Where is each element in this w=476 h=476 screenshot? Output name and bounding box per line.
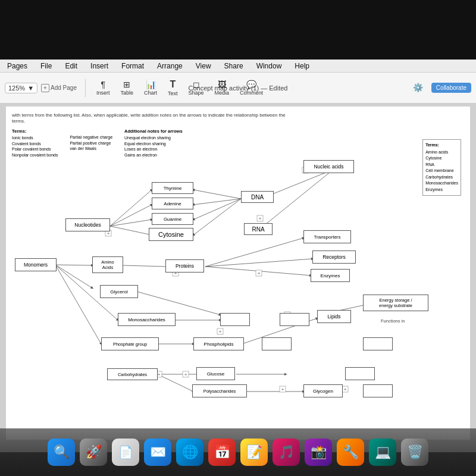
zoom-control[interactable]: 125% ▼ (5, 83, 37, 93)
terms-item: Partial positive charge (70, 140, 112, 146)
node-empty-1[interactable] (363, 384, 393, 397)
svg-line-17 (205, 259, 312, 267)
terms-item: Polar covalent bonds (12, 146, 58, 152)
svg-line-14 (55, 265, 101, 344)
svg-text:+: + (344, 387, 347, 392)
menu-share[interactable]: Share (222, 61, 246, 71)
node-guanine[interactable]: Guanine (152, 213, 193, 225)
node-carbohydrates[interactable]: Carbohydrates (107, 368, 158, 380)
paragraph-icon: ¶ (101, 80, 105, 89)
node-energy-storage[interactable]: Energy storage /energy substrate (363, 295, 428, 311)
node-empty-6[interactable] (280, 313, 309, 326)
label-functions-in: Functions in (381, 318, 405, 324)
dock-finder[interactable]: 🔍 (48, 439, 75, 466)
node-glucose[interactable]: Glucose (196, 367, 235, 380)
node-empty-2[interactable] (363, 337, 393, 350)
dock-launchpad[interactable]: 🚀 (80, 439, 107, 466)
menu-insert[interactable]: Insert (88, 61, 111, 71)
document-area: with terms from the following list. Also… (0, 104, 476, 452)
add-page-button[interactable]: + Add Page (41, 84, 77, 92)
node-phosphate-group[interactable]: Phosphate group (101, 337, 159, 350)
node-monomers[interactable]: Monomers (15, 258, 57, 271)
svg-text:+: + (158, 372, 161, 377)
node-glycerol[interactable]: Glycerol (100, 285, 138, 298)
menu-arrange[interactable]: Arrange (155, 61, 185, 71)
menubar: Pages File Edit Insert Format Arrange Vi… (0, 60, 476, 73)
node-empty-5[interactable] (220, 313, 250, 326)
menu-pages[interactable]: Pages (5, 61, 30, 71)
terms-item: Equal electron sharing (124, 141, 183, 147)
node-amino-acids[interactable]: AminoAcids (92, 256, 123, 273)
node-transporters[interactable]: Transporters (303, 230, 351, 243)
divider (85, 79, 86, 97)
chart-label: Chart (144, 90, 157, 96)
terms-item: Partial negative charge (70, 134, 112, 140)
svg-line-7 (110, 190, 152, 226)
terms-item: Ionic bonds (12, 135, 58, 141)
dock-app2[interactable]: 🔧 (337, 439, 364, 466)
svg-text:+: + (258, 271, 261, 276)
dock-safari[interactable]: 🌐 (176, 439, 203, 466)
svg-text:+: + (219, 329, 222, 334)
svg-rect-44 (280, 386, 286, 392)
menu-help[interactable]: Help (292, 61, 312, 71)
dock-trash[interactable]: 🗑️ (401, 439, 428, 466)
document-title: Concept map activity (1) — Edited (189, 84, 288, 92)
toolbar-table[interactable]: ⊞ Table (118, 79, 136, 97)
node-polysaccharides[interactable]: Polysaccharides (192, 384, 247, 397)
toolbar-chart[interactable]: 📊 Chart (142, 79, 159, 97)
dock-pages[interactable]: 📄 (112, 439, 139, 466)
toolbar-settings[interactable]: ⚙️ (411, 82, 425, 94)
menu-view[interactable]: View (193, 61, 214, 71)
right-terms-title: Terms: (425, 142, 458, 149)
svg-line-11 (55, 265, 92, 265)
svg-line-21 (137, 292, 220, 315)
node-monosaccharides[interactable]: Monosaccharides (118, 313, 176, 326)
concept-map: + + + + + + + + + (12, 154, 464, 434)
node-rna[interactable]: RNA (244, 223, 273, 235)
terms-item: Loses an electron (124, 146, 183, 152)
additional-notes-heading: Additional notes for arrows (124, 129, 183, 134)
svg-line-5 (193, 199, 241, 235)
title-bar: Concept map activity (1) — Edited (189, 73, 288, 104)
node-enzymes[interactable]: Enzymes (311, 269, 350, 282)
menu-file[interactable]: File (38, 61, 54, 71)
dock-calendar[interactable]: 📅 (208, 439, 236, 466)
node-dna[interactable]: DNA (241, 191, 274, 203)
node-adenine[interactable]: Adenine (152, 198, 193, 209)
svg-line-4 (193, 199, 241, 220)
node-empty-3[interactable] (262, 337, 292, 350)
menu-edit[interactable]: Edit (62, 61, 80, 71)
svg-rect-30 (257, 215, 263, 221)
chart-icon: 📊 (146, 80, 156, 89)
node-receptors[interactable]: Receptors (312, 250, 356, 264)
svg-line-16 (205, 238, 303, 267)
node-cytosine[interactable]: Cytosine (149, 228, 193, 241)
svg-text:+: + (259, 216, 262, 221)
node-nucleic-acids[interactable]: Nucleic acids (303, 160, 354, 173)
screen: Pages File Edit Insert Format Arrange Vi… (0, 60, 476, 452)
node-glycogen[interactable]: Glycogen (303, 384, 343, 397)
collaborate-button[interactable]: Collaborate (431, 83, 471, 93)
instructions-text: with terms from the following list. Also… (12, 112, 286, 125)
dock-notes[interactable]: 📝 (240, 439, 268, 466)
node-thymine[interactable]: Thymine (152, 182, 193, 194)
dock-photos[interactable]: 📸 (305, 439, 332, 466)
plus-icon: + (41, 84, 49, 92)
dock-app3[interactable]: 💻 (369, 439, 396, 466)
top-bar (0, 0, 476, 60)
svg-text:+: + (184, 372, 187, 377)
toolbar-insert[interactable]: ¶ Insert (94, 79, 112, 97)
menu-format[interactable]: Format (119, 61, 146, 71)
text-icon: T (170, 80, 176, 89)
node-empty-4[interactable] (345, 367, 375, 380)
node-phospholipids[interactable]: Phospholipids (193, 337, 244, 350)
dock-music[interactable]: 🎵 (273, 439, 300, 466)
node-proteins[interactable]: Proteins (165, 259, 204, 273)
node-lipids[interactable]: Lipids (317, 310, 351, 323)
menu-window[interactable]: Window (254, 61, 284, 71)
dock-mail[interactable]: ✉️ (144, 439, 171, 466)
toolbar-text[interactable]: T Text (165, 79, 180, 98)
terms-item: Covalent bonds (12, 141, 58, 147)
node-nucleotides[interactable]: Nucleotides (65, 218, 110, 231)
